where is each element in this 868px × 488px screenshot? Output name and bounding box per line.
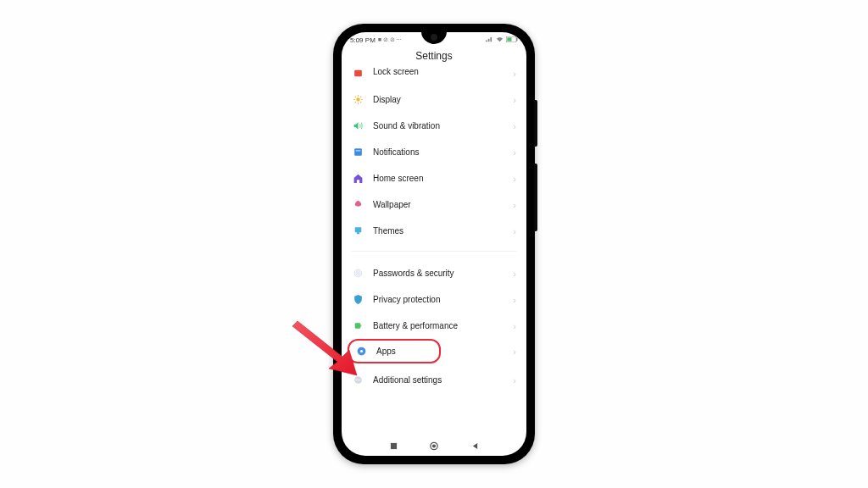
- settings-item-home-screen[interactable]: Home screen ›: [352, 165, 516, 191]
- item-label: Passwords & security: [373, 269, 516, 278]
- svg-rect-1: [516, 37, 517, 41]
- chevron-right-icon: ›: [513, 226, 516, 236]
- item-label: Sound & vibration: [373, 121, 516, 130]
- settings-list[interactable]: Lock screen › Display › Sound & vibratio…: [342, 67, 526, 440]
- status-indicator-icons: ■ ⊘ ⊘ ···: [378, 36, 402, 43]
- wallpaper-icon: [352, 198, 364, 211]
- item-label: Battery & performance: [373, 321, 516, 330]
- settings-item-display[interactable]: Display ›: [352, 86, 516, 113]
- svg-rect-2: [507, 37, 511, 41]
- phone-frame: 5:09 PM ■ ⊘ ⊘ ··· Settings: [333, 24, 535, 464]
- display-icon: [352, 93, 364, 106]
- svg-line-9: [355, 97, 356, 97]
- fingerprint-icon: [352, 267, 364, 280]
- svg-point-4: [356, 97, 359, 101]
- settings-item-wallpaper[interactable]: Wallpaper ›: [352, 191, 516, 218]
- item-label: Home screen: [373, 174, 516, 183]
- chevron-right-icon: ›: [513, 347, 516, 357]
- item-label: Lock screen: [373, 67, 516, 76]
- themes-icon: [352, 225, 364, 237]
- svg-point-25: [356, 380, 358, 381]
- svg-rect-21: [360, 324, 361, 326]
- settings-item-battery[interactable]: Battery & performance ›: [352, 313, 516, 339]
- back-button[interactable]: [470, 441, 479, 450]
- status-time: 5:09 PM: [350, 36, 376, 44]
- settings-item-privacy[interactable]: Privacy protection ›: [352, 286, 516, 313]
- svg-point-19: [357, 272, 359, 274]
- svg-line-12: [360, 97, 361, 97]
- item-label: Additional settings: [373, 375, 516, 385]
- settings-item-themes[interactable]: Themes ›: [352, 218, 516, 244]
- additional-icon: [352, 374, 364, 386]
- svg-point-23: [360, 350, 363, 352]
- chevron-right-icon: ›: [513, 269, 516, 279]
- chevron-right-icon: ›: [513, 69, 516, 79]
- svg-line-11: [355, 102, 356, 103]
- settings-item-additional[interactable]: Additional settings ›: [352, 367, 516, 393]
- chevron-right-icon: ›: [513, 200, 516, 210]
- svg-rect-20: [355, 323, 361, 329]
- wifi-icon: [496, 36, 504, 44]
- svg-point-26: [358, 380, 359, 381]
- lock-screen-icon: [352, 67, 364, 80]
- svg-rect-16: [357, 232, 359, 234]
- settings-item-notifications[interactable]: Notifications ›: [352, 139, 516, 165]
- svg-rect-28: [390, 442, 396, 448]
- chevron-right-icon: ›: [513, 375, 516, 385]
- home-button[interactable]: [430, 441, 438, 450]
- page-title: Settings: [342, 47, 526, 67]
- battery-icon: [506, 36, 518, 44]
- chevron-right-icon: ›: [513, 295, 516, 305]
- notifications-icon: [352, 146, 364, 158]
- item-label: Privacy protection: [373, 295, 516, 304]
- section-divider: [352, 251, 516, 252]
- settings-item-apps[interactable]: Apps: [348, 339, 441, 363]
- svg-point-17: [354, 269, 362, 277]
- svg-point-30: [432, 444, 436, 447]
- home-icon: [352, 172, 364, 185]
- signal-icon: [486, 36, 493, 44]
- svg-rect-15: [355, 227, 362, 232]
- chevron-right-icon: ›: [513, 147, 516, 158]
- sound-icon: [352, 119, 364, 132]
- settings-item-sound[interactable]: Sound & vibration ›: [352, 113, 516, 139]
- svg-line-10: [360, 102, 361, 103]
- svg-point-27: [359, 380, 361, 381]
- item-label: Wallpaper: [373, 200, 516, 209]
- volume-button: [534, 164, 537, 231]
- svg-point-18: [356, 271, 360, 275]
- battery-perf-icon: [352, 319, 364, 332]
- item-label: Themes: [373, 226, 516, 236]
- svg-rect-14: [356, 150, 360, 151]
- recents-button[interactable]: [389, 441, 398, 450]
- status-right: [486, 36, 518, 44]
- item-label: Apps: [376, 347, 436, 356]
- settings-item-lock-screen[interactable]: Lock screen ›: [352, 67, 516, 86]
- navigation-bar: [342, 436, 526, 455]
- item-label: Display: [373, 95, 516, 104]
- svg-rect-13: [354, 148, 362, 156]
- gear-icon: [355, 345, 368, 358]
- svg-rect-3: [354, 70, 362, 77]
- settings-item-passwords[interactable]: Passwords & security ›: [352, 260, 516, 286]
- chevron-right-icon: ›: [513, 321, 516, 331]
- phone-screen: 5:09 PM ■ ⊘ ⊘ ··· Settings: [342, 32, 526, 456]
- shield-icon: [352, 293, 364, 306]
- status-left: 5:09 PM ■ ⊘ ⊘ ···: [350, 36, 402, 44]
- chevron-right-icon: ›: [513, 95, 516, 105]
- chevron-right-icon: ›: [513, 174, 516, 184]
- power-button: [534, 100, 537, 147]
- chevron-right-icon: ›: [513, 121, 516, 131]
- item-label: Notifications: [373, 147, 516, 157]
